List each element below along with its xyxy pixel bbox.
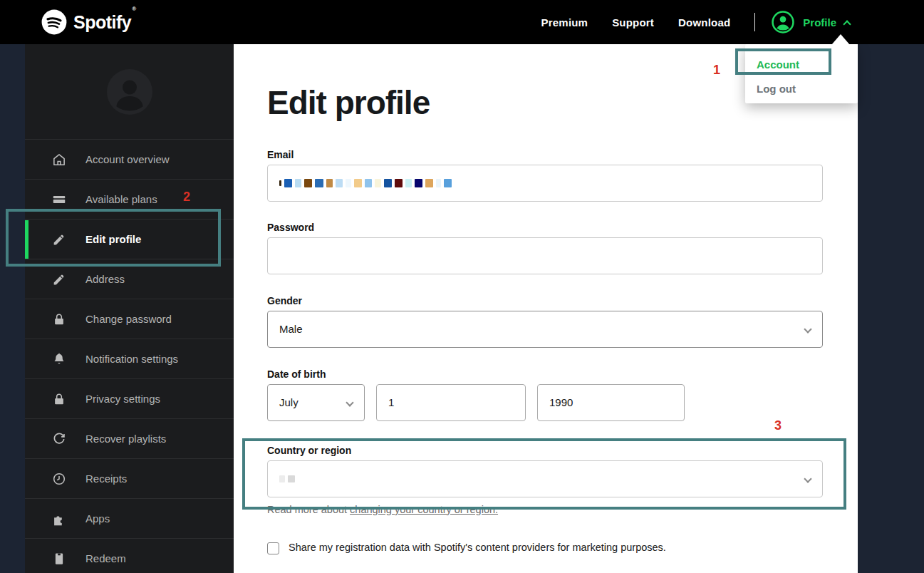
redacted-block (336, 179, 343, 187)
marketing-consent-checkbox[interactable] (267, 542, 279, 554)
chevron-down-icon (804, 325, 811, 333)
lock-icon (51, 391, 67, 407)
bell-icon (51, 351, 67, 367)
sidebar-item-available-plans[interactable]: Available plans (25, 180, 234, 220)
country-help-prefix: Read more about (267, 504, 350, 515)
gender-label: Gender (267, 295, 858, 306)
country-selected-value-redacted (279, 473, 298, 485)
nav-divider (754, 13, 755, 31)
marketing-consent-label: Share my registration data with Spotify'… (289, 542, 666, 553)
gender-field-group: Gender Male (267, 295, 858, 348)
redacted-block (295, 179, 301, 187)
redacted-block (405, 179, 412, 187)
redacted-block (375, 179, 381, 187)
sidebar-item-edit-profile[interactable]: Edit profile (25, 220, 234, 259)
pencil-icon (51, 272, 67, 287)
top-navigation-bar: Spotify® PremiumSupportDownload Profile (0, 0, 924, 44)
sidebar-item-receipts[interactable]: Receipts (25, 459, 234, 499)
spotify-logo[interactable]: Spotify® (41, 9, 135, 36)
dob-month-value: July (279, 396, 299, 408)
password-field-group: Password (267, 222, 858, 274)
dob-year-field[interactable] (537, 384, 685, 421)
sidebar-item-label: Change password (85, 313, 172, 325)
sidebar-item-label: Redeem (85, 552, 126, 564)
dob-day-field[interactable] (376, 384, 526, 421)
pencil-icon (51, 232, 67, 247)
password-label: Password (267, 222, 858, 233)
spotify-account-page: Spotify® PremiumSupportDownload Profile … (0, 0, 924, 573)
chevron-up-icon (843, 20, 851, 28)
country-label: Country or region (267, 445, 858, 456)
profile-avatar-icon (771, 10, 795, 34)
dob-row: July (267, 384, 858, 421)
profile-menu-button[interactable]: Profile (771, 10, 850, 34)
chevron-down-icon (804, 475, 811, 482)
sidebar-item-label: Available plans (85, 193, 157, 205)
spotify-logo-icon (41, 9, 68, 36)
menu-item-logout[interactable]: Log out (745, 76, 858, 100)
sidebar-menu: Account overviewAvailable plansEdit prof… (25, 139, 234, 573)
nav-link-download[interactable]: Download (678, 16, 730, 29)
sidebar-item-notification-settings[interactable]: Notification settings (25, 339, 234, 379)
redacted-block (384, 179, 392, 187)
sidebar-item-privacy-settings[interactable]: Privacy settings (25, 379, 234, 419)
sidebar-item-recover-playlists[interactable]: Recover playlists (25, 419, 234, 459)
country-select[interactable] (267, 460, 823, 497)
account-sidebar: Account overviewAvailable plansEdit prof… (25, 44, 234, 573)
sidebar-item-change-password[interactable]: Change password (25, 299, 234, 339)
sidebar-item-label: Receipts (85, 473, 127, 485)
redacted-block (326, 179, 333, 187)
profile-label: Profile (803, 16, 836, 29)
country-field-group: Country or region Read more about changi… (267, 445, 858, 515)
redacted-block (279, 475, 285, 482)
registered-mark: ® (132, 6, 135, 12)
password-field[interactable] (267, 237, 823, 274)
redacted-block (354, 179, 362, 187)
country-change-link[interactable]: changing your country or region. (350, 504, 498, 515)
redacted-block (346, 179, 351, 187)
redacted-block (284, 179, 292, 187)
lock-icon (51, 311, 67, 327)
brand-name: Spotify® (73, 12, 135, 33)
clock-icon (51, 471, 67, 487)
edit-profile-form: Email Password Gender Male Date of birth… (267, 149, 858, 554)
redacted-block (395, 179, 403, 187)
nav-link-premium[interactable]: Premium (541, 16, 588, 29)
redacted-block (415, 179, 422, 187)
top-nav-links: PremiumSupportDownload (541, 16, 731, 29)
active-indicator (25, 220, 28, 259)
puzzle-icon (51, 511, 67, 527)
sidebar-item-label: Account overview (85, 153, 170, 165)
redacted-block (444, 179, 452, 187)
menu-item-account[interactable]: Account (745, 52, 858, 76)
profile-dropdown-menu: Account Log out (745, 44, 858, 103)
redacted-block (279, 180, 281, 186)
dropdown-pointer (831, 34, 850, 45)
marketing-consent-row: Share my registration data with Spotify'… (267, 542, 858, 554)
sidebar-item-label: Address (85, 273, 125, 285)
redacted-block (365, 179, 372, 187)
sidebar-item-account-overview[interactable]: Account overview (25, 140, 234, 180)
gender-selected-value: Male (279, 323, 303, 335)
redacted-block (288, 475, 295, 482)
email-field[interactable] (267, 165, 823, 202)
redeem-card-icon (51, 551, 67, 567)
sidebar-avatar (25, 44, 234, 139)
dob-label: Date of birth (267, 368, 858, 380)
avatar-placeholder-icon (107, 69, 152, 115)
sidebar-item-apps[interactable]: Apps (25, 499, 234, 539)
refresh-icon (51, 431, 67, 447)
dob-month-select[interactable]: July (267, 384, 365, 421)
dob-field-group: Date of birth July (267, 368, 858, 421)
nav-link-support[interactable]: Support (612, 16, 654, 29)
home-icon (51, 152, 67, 167)
sidebar-item-redeem[interactable]: Redeem (25, 539, 234, 573)
sidebar-item-label: Recover playlists (85, 433, 166, 445)
gender-select[interactable]: Male (267, 311, 823, 348)
sidebar-item-label: Notification settings (85, 353, 178, 365)
email-label: Email (267, 149, 858, 160)
sidebar-item-label: Edit profile (85, 233, 141, 245)
sidebar-item-address[interactable]: Address (25, 259, 234, 299)
country-help-text: Read more about changing your country or… (267, 504, 858, 515)
chevron-down-icon (346, 398, 353, 406)
